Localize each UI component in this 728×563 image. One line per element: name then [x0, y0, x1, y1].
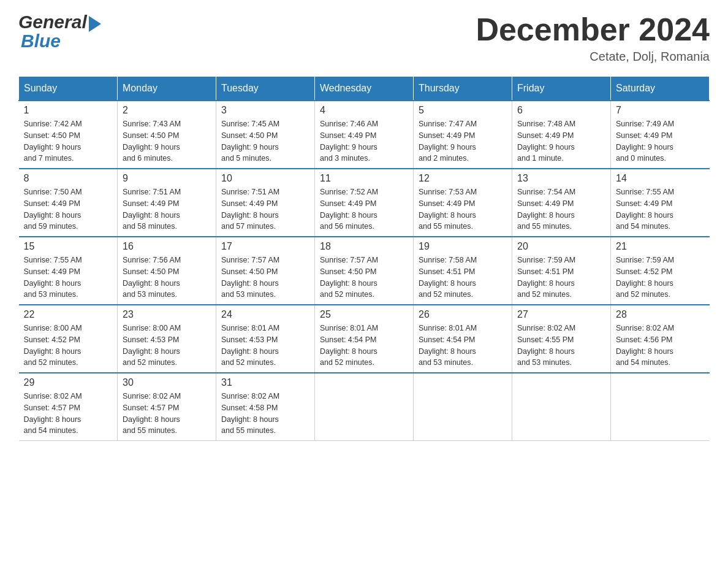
day-number: 17: [221, 241, 309, 252]
day-header-friday: Friday: [512, 77, 611, 101]
day-info: Sunrise: 8:02 AMSunset: 4:57 PMDaylight:…: [24, 391, 113, 437]
day-number: 3: [221, 105, 309, 116]
day-cell: 31Sunrise: 8:02 AMSunset: 4:58 PMDayligh…: [216, 373, 315, 441]
day-info: Sunrise: 7:48 AMSunset: 4:49 PMDaylight:…: [517, 118, 605, 164]
day-cell: 19Sunrise: 7:58 AMSunset: 4:51 PMDayligh…: [414, 237, 512, 305]
week-row-5: 29Sunrise: 8:02 AMSunset: 4:57 PMDayligh…: [19, 373, 710, 441]
day-number: 1: [24, 105, 113, 116]
day-number: 23: [123, 309, 211, 320]
day-info: Sunrise: 7:54 AMSunset: 4:49 PMDaylight:…: [517, 186, 605, 232]
day-cell: 8Sunrise: 7:50 AMSunset: 4:49 PMDaylight…: [19, 169, 118, 237]
day-cell: 12Sunrise: 7:53 AMSunset: 4:49 PMDayligh…: [414, 169, 512, 237]
day-info: Sunrise: 8:02 AMSunset: 4:55 PMDaylight:…: [517, 323, 605, 369]
logo: General Blue: [18, 12, 101, 50]
day-cell: 15Sunrise: 7:55 AMSunset: 4:49 PMDayligh…: [19, 237, 118, 305]
title-section: December 2024 Cetate, Dolj, Romania: [476, 12, 710, 64]
day-number: 14: [616, 173, 705, 184]
day-header-sunday: Sunday: [19, 77, 118, 101]
day-cell: 21Sunrise: 7:59 AMSunset: 4:52 PMDayligh…: [611, 237, 710, 305]
day-number: 10: [221, 173, 309, 184]
day-info: Sunrise: 7:57 AMSunset: 4:50 PMDaylight:…: [320, 255, 408, 301]
day-number: 4: [320, 105, 408, 116]
day-number: 9: [123, 173, 211, 184]
calendar-body: 1Sunrise: 7:42 AMSunset: 4:50 PMDaylight…: [19, 101, 710, 441]
day-info: Sunrise: 7:52 AMSunset: 4:49 PMDaylight:…: [320, 186, 408, 232]
day-info: Sunrise: 8:01 AMSunset: 4:54 PMDaylight:…: [419, 323, 507, 369]
day-info: Sunrise: 8:01 AMSunset: 4:53 PMDaylight:…: [221, 323, 309, 369]
day-info: Sunrise: 7:45 AMSunset: 4:50 PMDaylight:…: [221, 118, 309, 164]
day-info: Sunrise: 7:51 AMSunset: 4:49 PMDaylight:…: [123, 186, 211, 232]
day-number: 6: [517, 105, 605, 116]
day-cell: [414, 373, 512, 441]
day-number: 22: [24, 309, 113, 320]
day-header-tuesday: Tuesday: [216, 77, 315, 101]
day-header-saturday: Saturday: [611, 77, 710, 101]
page-header: General Blue December 2024 Cetate, Dolj,…: [18, 12, 710, 64]
logo-general-text: General: [18, 13, 87, 31]
day-cell: 20Sunrise: 7:59 AMSunset: 4:51 PMDayligh…: [512, 237, 611, 305]
day-cell: [315, 373, 414, 441]
day-header-monday: Monday: [118, 77, 216, 101]
week-row-2: 8Sunrise: 7:50 AMSunset: 4:49 PMDaylight…: [19, 169, 710, 237]
day-info: Sunrise: 7:49 AMSunset: 4:49 PMDaylight:…: [616, 118, 705, 164]
day-cell: 30Sunrise: 8:02 AMSunset: 4:57 PMDayligh…: [118, 373, 216, 441]
day-info: Sunrise: 7:50 AMSunset: 4:49 PMDaylight:…: [24, 186, 113, 232]
day-cell: 5Sunrise: 7:47 AMSunset: 4:49 PMDaylight…: [414, 101, 512, 169]
day-info: Sunrise: 7:55 AMSunset: 4:49 PMDaylight:…: [24, 255, 113, 301]
day-info: Sunrise: 8:01 AMSunset: 4:54 PMDaylight:…: [320, 323, 408, 369]
day-cell: 2Sunrise: 7:43 AMSunset: 4:50 PMDaylight…: [118, 101, 216, 169]
day-cell: 17Sunrise: 7:57 AMSunset: 4:50 PMDayligh…: [216, 237, 315, 305]
day-header-thursday: Thursday: [414, 77, 512, 101]
day-number: 30: [123, 377, 211, 388]
day-number: 12: [419, 173, 507, 184]
day-cell: 25Sunrise: 8:01 AMSunset: 4:54 PMDayligh…: [315, 305, 414, 373]
day-number: 19: [419, 241, 507, 252]
days-of-week-row: SundayMondayTuesdayWednesdayThursdayFrid…: [19, 77, 710, 101]
day-info: Sunrise: 7:46 AMSunset: 4:49 PMDaylight:…: [320, 118, 408, 164]
day-number: 31: [221, 377, 309, 388]
day-info: Sunrise: 7:59 AMSunset: 4:51 PMDaylight:…: [517, 255, 605, 301]
day-cell: 4Sunrise: 7:46 AMSunset: 4:49 PMDaylight…: [315, 101, 414, 169]
calendar-header: SundayMondayTuesdayWednesdayThursdayFrid…: [19, 77, 710, 101]
day-cell: 24Sunrise: 8:01 AMSunset: 4:53 PMDayligh…: [216, 305, 315, 373]
day-info: Sunrise: 7:42 AMSunset: 4:50 PMDaylight:…: [24, 118, 113, 164]
month-title: December 2024: [476, 12, 710, 47]
day-info: Sunrise: 8:02 AMSunset: 4:58 PMDaylight:…: [221, 391, 309, 437]
week-row-3: 15Sunrise: 7:55 AMSunset: 4:49 PMDayligh…: [19, 237, 710, 305]
day-cell: 10Sunrise: 7:51 AMSunset: 4:49 PMDayligh…: [216, 169, 315, 237]
day-cell: 13Sunrise: 7:54 AMSunset: 4:49 PMDayligh…: [512, 169, 611, 237]
day-number: 28: [616, 309, 705, 320]
day-cell: 23Sunrise: 8:00 AMSunset: 4:53 PMDayligh…: [118, 305, 216, 373]
day-number: 25: [320, 309, 408, 320]
day-cell: 26Sunrise: 8:01 AMSunset: 4:54 PMDayligh…: [414, 305, 512, 373]
day-cell: 29Sunrise: 8:02 AMSunset: 4:57 PMDayligh…: [19, 373, 118, 441]
day-cell: 7Sunrise: 7:49 AMSunset: 4:49 PMDaylight…: [611, 101, 710, 169]
day-number: 27: [517, 309, 605, 320]
day-info: Sunrise: 7:59 AMSunset: 4:52 PMDaylight:…: [616, 255, 705, 301]
day-number: 11: [320, 173, 408, 184]
day-cell: 11Sunrise: 7:52 AMSunset: 4:49 PMDayligh…: [315, 169, 414, 237]
day-number: 29: [24, 377, 113, 388]
day-info: Sunrise: 7:51 AMSunset: 4:49 PMDaylight:…: [221, 186, 309, 232]
day-cell: 9Sunrise: 7:51 AMSunset: 4:49 PMDaylight…: [118, 169, 216, 237]
day-number: 15: [24, 241, 113, 252]
day-number: 18: [320, 241, 408, 252]
day-cell: 22Sunrise: 8:00 AMSunset: 4:52 PMDayligh…: [19, 305, 118, 373]
day-cell: 1Sunrise: 7:42 AMSunset: 4:50 PMDaylight…: [19, 101, 118, 169]
day-number: 24: [221, 309, 309, 320]
day-info: Sunrise: 7:47 AMSunset: 4:49 PMDaylight:…: [419, 118, 507, 164]
day-info: Sunrise: 8:00 AMSunset: 4:52 PMDaylight:…: [24, 323, 113, 369]
day-cell: 14Sunrise: 7:55 AMSunset: 4:49 PMDayligh…: [611, 169, 710, 237]
location-subtitle: Cetate, Dolj, Romania: [476, 50, 710, 64]
day-info: Sunrise: 8:02 AMSunset: 4:56 PMDaylight:…: [616, 323, 705, 369]
day-info: Sunrise: 8:02 AMSunset: 4:57 PMDaylight:…: [123, 391, 211, 437]
day-cell: 18Sunrise: 7:57 AMSunset: 4:50 PMDayligh…: [315, 237, 414, 305]
day-number: 5: [419, 105, 507, 116]
day-number: 7: [616, 105, 705, 116]
day-cell: 6Sunrise: 7:48 AMSunset: 4:49 PMDaylight…: [512, 101, 611, 169]
day-cell: 3Sunrise: 7:45 AMSunset: 4:50 PMDaylight…: [216, 101, 315, 169]
week-row-4: 22Sunrise: 8:00 AMSunset: 4:52 PMDayligh…: [19, 305, 710, 373]
day-number: 26: [419, 309, 507, 320]
day-cell: [611, 373, 710, 441]
week-row-1: 1Sunrise: 7:42 AMSunset: 4:50 PMDaylight…: [19, 101, 710, 169]
